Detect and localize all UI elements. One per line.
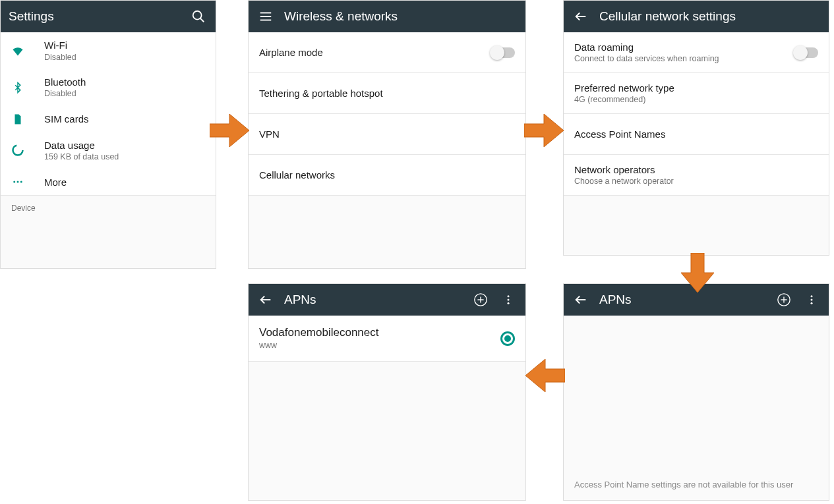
apns-list-title: APNs: [284, 293, 316, 307]
airplane-toggle[interactable]: [491, 47, 515, 58]
cellular-settings-screen: Cellular network settings Data roaming C…: [563, 0, 829, 256]
pref-network-item[interactable]: Preferred network type 4G (recommended): [564, 73, 829, 114]
apn-entry-item[interactable]: Vodafonemobileconnect www: [249, 316, 525, 362]
roaming-item[interactable]: Data roaming Connect to data services wh…: [564, 32, 829, 73]
pref-network-label: Preferred network type: [574, 82, 818, 95]
flow-arrow-left-icon: [524, 356, 565, 395]
apn-entry-label: Vodafonemobileconnect: [259, 325, 485, 340]
settings-title: Settings: [9, 9, 54, 24]
cellular-title: Cellular network settings: [599, 9, 736, 24]
bluetooth-icon: [11, 81, 24, 94]
back-icon[interactable]: [256, 291, 275, 309]
more-icon: [11, 175, 24, 188]
overflow-icon[interactable]: [499, 291, 518, 309]
svg-point-5: [20, 181, 22, 183]
wifi-icon: [11, 44, 24, 57]
settings-item-sim[interactable]: SIM cards: [1, 106, 216, 132]
add-icon[interactable]: [471, 291, 490, 309]
settings-screen: Settings Wi-Fi Disabled Bluetooth Disabl…: [0, 0, 216, 269]
settings-item-wifi[interactable]: Wi-Fi Disabled: [1, 32, 216, 69]
cellular-label: Cellular networks: [259, 169, 515, 182]
apn-empty-message: Access Point Name settings are not avail…: [564, 480, 829, 496]
data-label: Data usage: [44, 139, 205, 152]
flow-arrow-down-icon: [678, 253, 717, 294]
apns-empty-title: APNs: [599, 293, 632, 307]
svg-point-15: [508, 299, 510, 301]
search-icon[interactable]: [189, 7, 208, 26]
back-icon[interactable]: [572, 291, 590, 309]
settings-list: Wi-Fi Disabled Bluetooth Disabled SIM ca…: [1, 32, 216, 195]
wifi-sub: Disabled: [44, 52, 205, 63]
wireless-toolbar: Wireless & networks: [249, 1, 525, 32]
flow-arrow-right-icon: [210, 111, 251, 150]
svg-point-2: [13, 146, 23, 155]
apn-entry-sub: www: [259, 340, 485, 350]
operators-label: Network operators: [574, 163, 818, 177]
svg-line-1: [200, 18, 204, 22]
menu-icon[interactable]: [256, 7, 275, 26]
flow-arrow-right-icon: [524, 111, 565, 150]
apn-radio[interactable]: [500, 331, 515, 346]
data-icon: [11, 144, 24, 157]
wireless-screen: Wireless & networks Airplane mode Tether…: [248, 0, 526, 269]
device-section-label: Device: [1, 195, 216, 215]
wifi-label: Wi-Fi: [44, 39, 205, 52]
operators-item[interactable]: Network operators Choose a network opera…: [564, 155, 829, 196]
svg-point-0: [193, 11, 202, 20]
bluetooth-sub: Disabled: [44, 88, 205, 99]
apn-label: Access Point Names: [574, 128, 818, 141]
more-label: More: [44, 176, 205, 189]
svg-point-4: [17, 181, 19, 183]
cellular-item[interactable]: Cellular networks: [249, 155, 525, 196]
overflow-icon[interactable]: [802, 291, 821, 309]
back-icon[interactable]: [572, 7, 590, 26]
svg-point-21: [811, 295, 813, 297]
data-sub: 159 KB of data used: [44, 152, 205, 162]
vpn-item[interactable]: VPN: [249, 114, 525, 155]
settings-item-more[interactable]: More: [1, 169, 216, 195]
svg-marker-27: [525, 359, 565, 392]
svg-marker-24: [210, 114, 249, 147]
svg-point-23: [811, 302, 813, 304]
apns-empty-screen: APNs Access Point Name settings are not …: [563, 283, 829, 501]
wireless-title: Wireless & networks: [284, 9, 398, 24]
tethering-label: Tethering & portable hotspot: [259, 87, 515, 100]
cellular-toolbar: Cellular network settings: [564, 1, 829, 32]
svg-point-16: [508, 302, 510, 304]
sim-icon: [11, 113, 24, 126]
apns-list-toolbar: APNs: [249, 284, 525, 316]
tethering-item[interactable]: Tethering & portable hotspot: [249, 73, 525, 114]
apn-item[interactable]: Access Point Names: [564, 114, 829, 155]
add-icon[interactable]: [775, 291, 793, 309]
roaming-label: Data roaming: [574, 41, 779, 54]
svg-marker-26: [681, 253, 714, 293]
operators-sub: Choose a network operator: [574, 176, 818, 186]
roaming-sub: Connect to data services when roaming: [574, 53, 779, 64]
bluetooth-label: Bluetooth: [44, 76, 205, 89]
vpn-label: VPN: [259, 128, 515, 141]
svg-point-14: [508, 295, 510, 297]
settings-item-bluetooth[interactable]: Bluetooth Disabled: [1, 69, 216, 106]
roaming-toggle[interactable]: [794, 47, 818, 58]
pref-network-sub: 4G (recommended): [574, 94, 818, 105]
svg-point-22: [811, 299, 813, 301]
settings-toolbar: Settings: [1, 1, 216, 32]
svg-point-3: [13, 181, 15, 183]
airplane-label: Airplane mode: [259, 46, 475, 59]
settings-item-data[interactable]: Data usage 159 KB of data used: [1, 132, 216, 169]
apns-list-screen: APNs Vodafonemobileconnect www: [248, 283, 526, 501]
airplane-item[interactable]: Airplane mode: [249, 32, 525, 73]
sim-label: SIM cards: [44, 113, 205, 126]
svg-marker-25: [524, 114, 564, 147]
